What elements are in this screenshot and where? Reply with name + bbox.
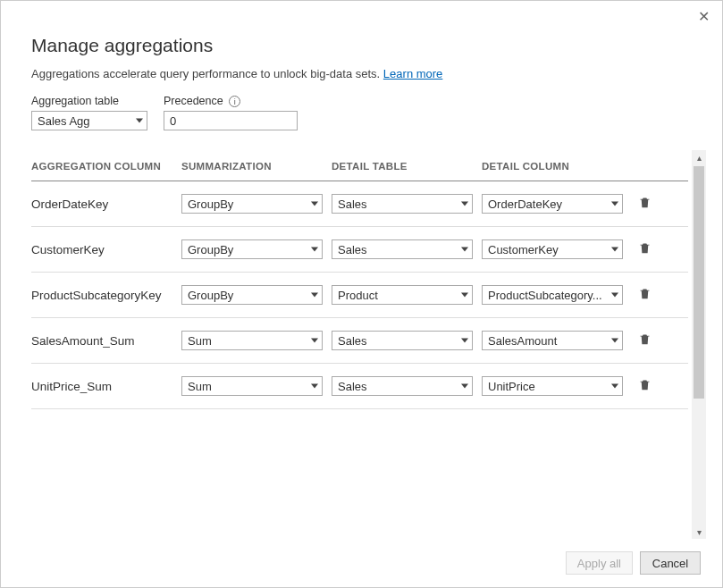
detail-column-select[interactable]: SalesAmount bbox=[482, 331, 623, 350]
detail-column-select[interactable]: UnitPrice bbox=[482, 376, 623, 396]
aggregations-scroll-area: AGGREGATION COLUMN SUMMARIZATION DETAIL … bbox=[31, 150, 706, 539]
summarization-select[interactable]: GroupBy bbox=[181, 285, 323, 305]
detail-table-select[interactable]: Sales bbox=[332, 194, 473, 214]
apply-all-button[interactable]: Apply all bbox=[566, 551, 633, 575]
trash-icon bbox=[638, 287, 652, 304]
top-fields: Aggregation table Sales Agg Precedence i… bbox=[31, 95, 692, 130]
dialog-description: Aggregations accelerate query performanc… bbox=[31, 67, 692, 80]
detail-table-select[interactable]: Sales bbox=[332, 331, 473, 350]
table-body: OrderDateKeyGroupBySalesOrderDateKeyCust… bbox=[31, 181, 688, 409]
precedence-input[interactable]: 0 bbox=[164, 111, 298, 130]
chevron-down-icon bbox=[611, 248, 618, 252]
detail-column-select[interactable]: CustomerKey bbox=[482, 239, 623, 259]
detail-column-value: CustomerKey bbox=[488, 243, 559, 256]
summarization-select[interactable]: Sum bbox=[181, 331, 323, 350]
trash-icon bbox=[638, 241, 652, 258]
detail-table-value: Sales bbox=[338, 380, 367, 393]
aggregation-column-cell: UnitPrice_Sum bbox=[31, 380, 181, 393]
aggregation-table-value: Sales Agg bbox=[38, 114, 90, 128]
precedence-value: 0 bbox=[170, 114, 176, 128]
summarization-value: GroupBy bbox=[188, 289, 233, 302]
chevron-down-icon bbox=[611, 339, 618, 343]
scrollbar-thumb[interactable] bbox=[694, 166, 704, 399]
detail-column-value: UnitPrice bbox=[488, 380, 535, 393]
detail-table-select[interactable]: Product bbox=[332, 285, 473, 305]
cancel-button[interactable]: Cancel bbox=[640, 551, 701, 575]
learn-more-link[interactable]: Learn more bbox=[383, 67, 442, 80]
delete-row-button[interactable] bbox=[632, 378, 657, 395]
chevron-down-icon bbox=[136, 119, 143, 123]
header-aggregation-column: AGGREGATION COLUMN bbox=[31, 161, 181, 172]
summarization-value: GroupBy bbox=[188, 197, 233, 211]
precedence-label-text: Precedence bbox=[164, 95, 223, 107]
header-summarization: SUMMARIZATION bbox=[181, 161, 332, 172]
table-header: AGGREGATION COLUMN SUMMARIZATION DETAIL … bbox=[31, 150, 688, 181]
chevron-down-icon bbox=[461, 248, 468, 252]
aggregation-column-cell: ProductSubcategoryKey bbox=[31, 289, 181, 302]
detail-column-value: SalesAmount bbox=[488, 334, 557, 348]
manage-aggregations-dialog: ✕ Manage aggregations Aggregations accel… bbox=[0, 0, 723, 588]
chevron-down-icon bbox=[611, 202, 618, 206]
scroll-down-icon[interactable]: ▾ bbox=[692, 525, 706, 539]
summarization-value: Sum bbox=[188, 380, 212, 393]
detail-column-select[interactable]: OrderDateKey bbox=[482, 194, 623, 214]
dialog-footer: Apply all Cancel bbox=[1, 539, 722, 587]
detail-table-value: Sales bbox=[338, 243, 367, 256]
trash-icon bbox=[638, 332, 652, 349]
aggregations-table: AGGREGATION COLUMN SUMMARIZATION DETAIL … bbox=[31, 150, 688, 409]
description-text: Aggregations accelerate query performanc… bbox=[31, 67, 380, 80]
delete-row-button[interactable] bbox=[632, 241, 657, 258]
table-row: ProductSubcategoryKeyGroupByProductProdu… bbox=[31, 273, 688, 318]
summarization-value: GroupBy bbox=[188, 243, 233, 256]
info-icon[interactable]: i bbox=[229, 96, 240, 107]
scroll-up-icon[interactable]: ▴ bbox=[692, 150, 706, 164]
detail-table-value: Sales bbox=[338, 197, 367, 211]
precedence-field: Precedence i 0 bbox=[164, 95, 298, 130]
detail-table-select[interactable]: Sales bbox=[332, 376, 473, 396]
table-row: UnitPrice_SumSumSalesUnitPrice bbox=[31, 364, 688, 409]
chevron-down-icon bbox=[461, 339, 468, 343]
detail-column-value: OrderDateKey bbox=[488, 197, 562, 211]
summarization-select[interactable]: GroupBy bbox=[181, 194, 323, 214]
chevron-down-icon bbox=[461, 384, 468, 389]
header-detail-table: DETAIL TABLE bbox=[332, 161, 482, 172]
chevron-down-icon bbox=[311, 384, 318, 389]
chevron-down-icon bbox=[311, 293, 318, 298]
dialog-title: Manage aggregations bbox=[31, 35, 692, 56]
table-row: CustomerKeyGroupBySalesCustomerKey bbox=[31, 227, 688, 273]
aggregation-column-cell: CustomerKey bbox=[31, 243, 181, 256]
chevron-down-icon bbox=[611, 384, 618, 389]
aggregation-table-select[interactable]: Sales Agg bbox=[31, 111, 147, 130]
detail-table-value: Product bbox=[338, 289, 378, 302]
detail-table-value: Sales bbox=[338, 334, 367, 348]
close-icon[interactable]: ✕ bbox=[698, 10, 710, 24]
aggregation-table-label: Aggregation table bbox=[31, 95, 147, 107]
table-row: OrderDateKeyGroupBySalesOrderDateKey bbox=[31, 181, 688, 227]
aggregation-table-field: Aggregation table Sales Agg bbox=[31, 95, 147, 130]
chevron-down-icon bbox=[461, 202, 468, 206]
chevron-down-icon bbox=[311, 202, 318, 206]
delete-row-button[interactable] bbox=[632, 196, 657, 213]
detail-column-select[interactable]: ProductSubcategory... bbox=[482, 285, 623, 305]
table-row: SalesAmount_SumSumSalesSalesAmount bbox=[31, 318, 688, 364]
chevron-down-icon bbox=[311, 339, 318, 343]
detail-column-value: ProductSubcategory... bbox=[488, 289, 602, 302]
summarization-value: Sum bbox=[188, 334, 212, 348]
delete-row-button[interactable] bbox=[632, 287, 657, 304]
scrollbar[interactable]: ▴ ▾ bbox=[692, 150, 706, 539]
trash-icon bbox=[638, 378, 652, 395]
chevron-down-icon bbox=[611, 293, 618, 298]
detail-table-select[interactable]: Sales bbox=[332, 239, 473, 259]
dialog-content: Manage aggregations Aggregations acceler… bbox=[1, 1, 722, 150]
trash-icon bbox=[638, 196, 652, 213]
aggregation-column-cell: SalesAmount_Sum bbox=[31, 334, 181, 348]
delete-row-button[interactable] bbox=[632, 332, 657, 349]
chevron-down-icon bbox=[311, 248, 318, 252]
summarization-select[interactable]: Sum bbox=[181, 376, 323, 396]
precedence-label: Precedence i bbox=[164, 95, 298, 107]
aggregation-column-cell: OrderDateKey bbox=[31, 197, 181, 211]
header-detail-column: DETAIL COLUMN bbox=[482, 161, 632, 172]
chevron-down-icon bbox=[461, 293, 468, 298]
summarization-select[interactable]: GroupBy bbox=[181, 239, 323, 259]
